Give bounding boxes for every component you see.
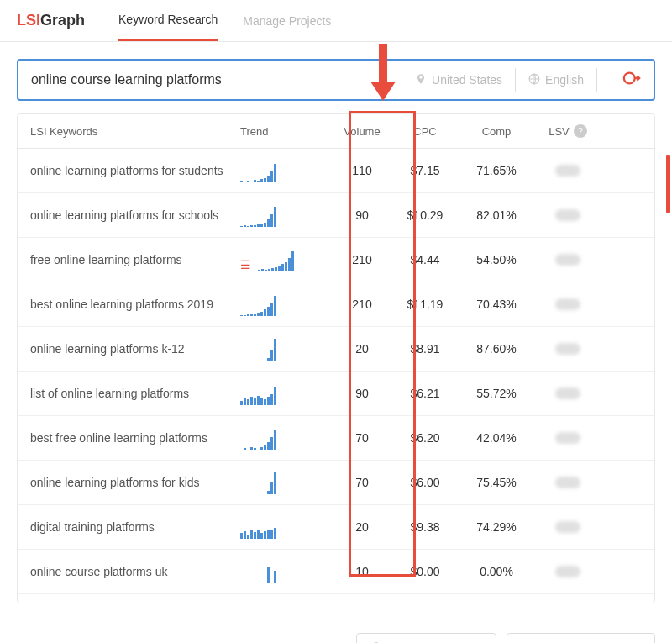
trend-sparkline	[240, 382, 276, 405]
lsv-blurred-value	[555, 566, 580, 577]
table-body[interactable]: online learning platforms for students11…	[18, 149, 654, 603]
col-header-trend[interactable]: Trend	[240, 125, 333, 138]
logo: LSIGraph	[17, 12, 85, 29]
trend-cell	[240, 515, 333, 539]
lsv-blurred-value	[555, 343, 580, 355]
table-row[interactable]: online learning platforms for kids70$6.0…	[18, 461, 654, 505]
table-header: LSI Keywords Trend Volume CPC Comp LSV ?	[18, 114, 654, 149]
lsv-blurred-value	[555, 432, 580, 444]
table-row[interactable]: digital training platforms20$9.3874.29%	[18, 505, 654, 550]
trend-sparkline	[240, 560, 276, 583]
keyword-cell: online course platforms uk	[30, 565, 240, 578]
comp-cell: 54.50%	[459, 253, 534, 266]
volume-cell: 110	[333, 164, 391, 177]
location-icon	[415, 73, 427, 87]
lsv-blurred-value	[555, 165, 580, 177]
lsv-blurred-value	[555, 298, 580, 310]
lsv-cell	[534, 209, 601, 221]
trend-cell	[240, 426, 333, 450]
table-row[interactable]: best free online learning platforms70$6.…	[18, 416, 654, 461]
table-row[interactable]: free online learning platforms☰210$4.445…	[18, 238, 654, 282]
keyword-cell: best online learning platforms 2019	[30, 298, 240, 311]
help-icon[interactable]: ?	[574, 124, 587, 138]
add-to-project-button[interactable]: ADD TO PROJECT	[356, 633, 496, 643]
keyword-cell: free online learning platforms	[30, 253, 240, 266]
svg-point-1	[624, 73, 635, 84]
keywords-table: LSI Keywords Trend Volume CPC Comp LSV ?…	[17, 113, 655, 603]
header: LSIGraph Keyword Research Manage Project…	[0, 0, 672, 42]
col-header-volume[interactable]: Volume	[333, 125, 391, 138]
search-bar: United States English	[17, 59, 655, 101]
cpc-cell: $6.00	[391, 476, 459, 489]
trend-cell	[240, 560, 333, 583]
cpc-cell: $10.29	[391, 208, 459, 222]
volume-cell: 210	[333, 253, 391, 266]
language-label: English	[545, 73, 584, 87]
volume-cell: 90	[333, 208, 391, 222]
trend-sparkline	[240, 203, 276, 227]
volume-cell: 20	[333, 342, 391, 356]
trend-cell	[240, 203, 333, 227]
col-header-comp[interactable]: Comp	[459, 125, 534, 138]
lsv-cell	[534, 343, 601, 355]
trend-sparkline	[240, 426, 276, 450]
tab-manage-projects[interactable]: Manage Projects	[243, 0, 331, 41]
export-keyword-button[interactable]: EXPORT KEYWORD	[507, 633, 655, 643]
volume-cell: 20	[333, 520, 391, 534]
volume-cell: 70	[333, 476, 391, 489]
table-row[interactable]: online learning platforms k-1220$8.9187.…	[18, 327, 654, 372]
lsv-cell	[534, 298, 601, 310]
lsv-cell	[534, 566, 601, 577]
search-input[interactable]	[31, 72, 389, 87]
lsv-cell	[534, 165, 601, 177]
comp-cell: 71.65%	[459, 164, 534, 177]
footer-buttons: ADD TO PROJECT EXPORT KEYWORD	[356, 633, 656, 643]
volume-cell: 210	[333, 298, 391, 311]
comp-cell: 70.43%	[459, 298, 534, 311]
cpc-cell: $11.19	[391, 298, 459, 311]
scroll-indicator[interactable]	[666, 155, 670, 213]
cpc-cell: $9.38	[391, 520, 459, 534]
language-selector[interactable]: English	[528, 73, 584, 87]
trend-sparkline	[258, 248, 294, 271]
lsv-cell	[534, 432, 601, 444]
lsv-blurred-value	[555, 521, 580, 533]
content: United States English LSI Keywords Trend…	[0, 42, 672, 620]
trend-sparkline	[240, 293, 276, 316]
logo-graph: Graph	[40, 12, 85, 29]
tab-keyword-research[interactable]: Keyword Research	[118, 0, 218, 41]
col-header-keyword[interactable]: LSI Keywords	[30, 125, 240, 138]
lsv-cell	[534, 477, 601, 488]
lsv-blurred-value	[555, 209, 580, 221]
col-header-lsv[interactable]: LSV ?	[534, 124, 601, 138]
trend-cell	[240, 471, 333, 494]
table-row[interactable]: lms platforms720$17.9975.53%	[18, 594, 654, 603]
comp-cell: 87.60%	[459, 342, 534, 356]
trend-cell	[240, 382, 333, 405]
keyword-cell: online learning platforms for schools	[30, 208, 240, 222]
cpc-cell: $0.00	[391, 565, 459, 578]
table-row[interactable]: online course platforms uk10$0.000.00%	[18, 550, 654, 594]
col-header-cpc[interactable]: CPC	[391, 125, 459, 138]
nav-tabs: Keyword Research Manage Projects	[118, 0, 331, 41]
lsv-blurred-value	[555, 477, 580, 488]
logo-lsi: LSI	[17, 12, 40, 29]
comp-cell: 82.01%	[459, 208, 534, 222]
trend-cell	[240, 337, 333, 361]
table-row[interactable]: online learning platforms for schools90$…	[18, 193, 654, 238]
lsv-label: LSV	[549, 125, 570, 138]
volume-cell: 90	[333, 387, 391, 400]
location-selector[interactable]: United States	[415, 73, 502, 87]
table-row[interactable]: best online learning platforms 2019210$1…	[18, 282, 654, 327]
footer: Get more search! ADD TO PROJECT EXPORT K…	[0, 620, 672, 643]
volume-cell: 10	[333, 565, 391, 578]
table-row[interactable]: list of online learning platforms90$6.21…	[18, 372, 654, 416]
search-submit-button[interactable]	[622, 69, 641, 91]
cpc-cell: $6.21	[391, 387, 459, 400]
lsv-blurred-value	[555, 254, 580, 266]
list-icon: ☰	[240, 258, 251, 271]
table-row[interactable]: online learning platforms for students11…	[18, 149, 654, 193]
comp-cell: 0.00%	[459, 565, 534, 578]
location-label: United States	[432, 73, 502, 87]
volume-cell: 70	[333, 431, 391, 445]
